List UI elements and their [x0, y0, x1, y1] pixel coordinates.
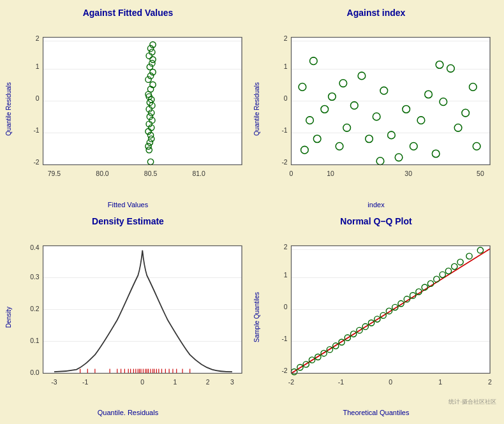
svg-text:3: 3	[230, 378, 234, 385]
svg-index: -2 -1 0 1 2 0 10 30	[262, 19, 499, 200]
svg-text:50: 50	[477, 170, 484, 177]
title-against-index: Against index	[347, 8, 406, 18]
svg-text:-2: -2	[288, 378, 294, 385]
x-label-density: Quantile. Residuals	[98, 409, 158, 416]
svg-text:2: 2	[36, 35, 40, 42]
svg-text:-2: -2	[281, 159, 287, 166]
chart-svg-4: -2 -1 0 1 2 -2 -1 0	[262, 228, 499, 408]
title-fitted-values: Against Fitted Values	[83, 8, 174, 18]
svg-text:0.0: 0.0	[30, 369, 40, 376]
svg-text:-1: -1	[281, 127, 287, 134]
svg-text:0: 0	[36, 95, 40, 102]
svg-text:2: 2	[206, 378, 210, 385]
x-label-index: index	[367, 201, 384, 208]
plot-container-4: -2 -1 0 1 2 -2 -1 0	[262, 228, 499, 408]
svg-text:1: 1	[284, 272, 288, 279]
svg-text:0.2: 0.2	[30, 305, 40, 312]
chart-svg-3: 0.0 0.1 0.2 0.3 0.4 -3 -1	[13, 228, 251, 408]
svg-fitted-values: -2 -1 0 1 2 79.5 80.0 80.	[13, 19, 251, 200]
svg-text:2: 2	[284, 244, 288, 251]
chart-svg-2: -2 -1 0 1 2 0 10 30	[262, 19, 499, 200]
plot-container-3: 0.0 0.1 0.2 0.3 0.4 -3 -1	[13, 228, 251, 408]
svg-text:80.0: 80.0	[96, 170, 109, 177]
x-label-fitted: Fitted Values	[108, 201, 148, 208]
y-label-qq: Sample Quantiles	[253, 292, 260, 342]
svg-text:0.1: 0.1	[30, 337, 40, 344]
svg-text:-1: -1	[82, 378, 88, 385]
svg-density: 0.0 0.1 0.2 0.3 0.4 -3 -1	[13, 228, 251, 408]
watermark: 统计·摄合社区社区	[448, 398, 496, 406]
title-density: Density Estimate	[92, 216, 164, 226]
plot-container-1: -2 -1 0 1 2 79.5 80.0 80.	[13, 19, 251, 200]
svg-text:0.4: 0.4	[30, 244, 40, 251]
y-label-density: Density	[5, 307, 12, 328]
title-qq: Normal Q−Q Plot	[340, 216, 411, 226]
chart-area-2: Quantile Residuals -2 -1 0 1 2	[253, 19, 499, 200]
plot-container-2: -2 -1 0 1 2 0 10 30	[262, 19, 499, 200]
svg-text:0: 0	[140, 378, 144, 385]
svg-text:-3: -3	[51, 378, 57, 385]
svg-text:81.0: 81.0	[192, 170, 205, 177]
svg-text:0: 0	[284, 95, 288, 102]
svg-text:1: 1	[438, 378, 442, 385]
svg-text:-2: -2	[281, 367, 287, 374]
svg-text:-1: -1	[33, 127, 39, 134]
svg-text:0: 0	[290, 170, 293, 177]
svg-text:2: 2	[488, 378, 492, 385]
panel-density: Density Estimate Density 0.0 0.1 0.2 0.3…	[5, 214, 251, 420]
panel-qq: Normal Q−Q Plot Sample Quantiles -2 -1 0…	[253, 214, 499, 420]
chart-area-4: Sample Quantiles -2 -1 0 1 2	[253, 228, 499, 408]
chart-area-3: Density 0.0 0.1 0.2 0.3 0.4	[5, 228, 251, 408]
chart-area-1: Quantile Residuals -2 -1 0 1 2	[5, 19, 251, 200]
main-grid: Against Fitted Values Quantile Residuals…	[0, 0, 504, 424]
y-label-index: Quantile Residuals	[253, 82, 260, 136]
svg-text:1: 1	[36, 63, 40, 70]
svg-text:2: 2	[284, 35, 288, 42]
svg-qq: -2 -1 0 1 2 -2 -1 0	[262, 228, 499, 408]
x-label-qq: Theoretical Quantiles	[343, 409, 410, 416]
svg-text:80.5: 80.5	[144, 170, 158, 177]
svg-text:-1: -1	[338, 378, 344, 385]
svg-text:-1: -1	[281, 335, 287, 342]
svg-text:-2: -2	[33, 159, 39, 166]
chart-svg-1: -2 -1 0 1 2 79.5 80.0 80.	[13, 19, 251, 200]
svg-text:0: 0	[389, 378, 392, 385]
svg-text:30: 30	[404, 170, 412, 177]
y-label-fitted: Quantile Residuals	[5, 82, 12, 136]
svg-text:0: 0	[284, 303, 288, 311]
svg-text:10: 10	[327, 170, 334, 177]
panel-fitted-values: Against Fitted Values Quantile Residuals…	[5, 5, 251, 211]
svg-text:1: 1	[284, 63, 288, 70]
svg-text:0.3: 0.3	[30, 273, 40, 280]
svg-text:79.5: 79.5	[48, 170, 61, 177]
svg-text:1: 1	[174, 378, 177, 385]
panel-against-index: Against index Quantile Residuals -2 -1 0…	[253, 5, 499, 211]
